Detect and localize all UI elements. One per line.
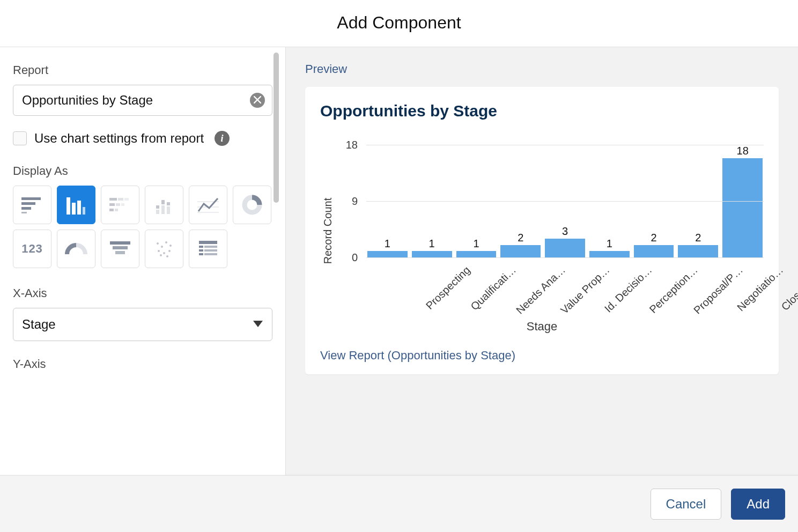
- use-chart-settings-row: Use chart settings from report i: [13, 131, 272, 146]
- svg-marker-47: [253, 321, 263, 327]
- x-axis-value: Stage: [22, 317, 56, 332]
- x-axis-ticks: ProspectingQualificati…Needs Ana…Value P…: [366, 257, 764, 316]
- svg-point-38: [160, 254, 162, 256]
- bar: [367, 251, 408, 257]
- svg-rect-18: [156, 205, 159, 209]
- svg-rect-6: [66, 197, 70, 215]
- cancel-button[interactable]: Cancel: [651, 489, 722, 520]
- modal-header: Add Component: [0, 0, 798, 47]
- x-axis-select-wrap: Stage: [13, 308, 272, 341]
- preview-card: Opportunities by Stage Record Count 0918…: [305, 87, 779, 374]
- x-tick: Qualificati…: [412, 257, 452, 316]
- display-as-label: Display As: [13, 164, 272, 178]
- chart-type-stacked-vertical-bar[interactable]: [145, 186, 183, 224]
- bar-value-label: 2: [651, 232, 657, 244]
- chart-type-vertical-bar[interactable]: [57, 186, 95, 224]
- bar-value-label: 1: [385, 238, 390, 250]
- use-chart-settings-label: Use chart settings from report: [34, 131, 204, 146]
- modal-footer: Cancel Add: [0, 475, 798, 532]
- plot-area: 1112312218: [366, 145, 764, 257]
- report-label: Report: [13, 63, 272, 77]
- bar: [722, 158, 763, 257]
- chart-type-horizontal-bar[interactable]: [13, 186, 51, 224]
- svg-rect-40: [199, 241, 217, 244]
- x-tick: Closed Won: [722, 257, 763, 316]
- y-axis-label: Y-Axis: [13, 357, 272, 371]
- svg-point-34: [169, 245, 172, 247]
- svg-rect-14: [116, 203, 120, 206]
- info-icon[interactable]: i: [215, 131, 230, 146]
- chart-body: 0918 1112312218 ProspectingQualificati…N…: [336, 145, 764, 316]
- y-axis-ticks: 0918: [336, 145, 362, 257]
- x-tick: Perception…: [589, 257, 630, 316]
- chart-type-line[interactable]: [189, 186, 227, 224]
- config-panel: Report Use chart settings from report i …: [0, 47, 285, 475]
- svg-rect-16: [109, 209, 114, 211]
- bar: [456, 251, 497, 257]
- preview-label: Preview: [305, 62, 779, 76]
- svg-rect-4: [21, 207, 31, 210]
- bar: [500, 245, 541, 257]
- bar-value-label: 1: [473, 238, 479, 250]
- svg-rect-15: [121, 203, 124, 206]
- svg-point-31: [157, 242, 159, 245]
- use-chart-settings-checkbox[interactable]: [13, 131, 27, 145]
- preview-chart-title: Opportunities by Stage: [320, 102, 764, 120]
- scatter-icon: [154, 239, 174, 258]
- svg-point-33: [165, 241, 167, 243]
- chart-type-gauge[interactable]: [57, 230, 95, 268]
- svg-rect-29: [113, 246, 128, 249]
- svg-rect-10: [109, 198, 117, 201]
- bar-value-label: 1: [429, 238, 435, 250]
- x-tick: Value Prop…: [500, 257, 541, 316]
- svg-rect-28: [110, 241, 130, 245]
- chart-type-table[interactable]: [189, 230, 227, 268]
- chart-type-metric[interactable]: 123: [13, 230, 51, 268]
- bar: [589, 251, 630, 257]
- add-button[interactable]: Add: [731, 489, 785, 520]
- clear-report-button[interactable]: [250, 93, 265, 108]
- donut-chart-icon: [241, 194, 263, 216]
- chevron-down-icon: [253, 320, 263, 329]
- svg-rect-12: [124, 198, 129, 201]
- svg-rect-23: [167, 206, 170, 214]
- x-axis-label: X-Axis: [13, 286, 272, 300]
- chart-type-funnel[interactable]: [101, 230, 139, 268]
- x-axis-select[interactable]: Stage: [13, 308, 272, 341]
- svg-rect-42: [204, 246, 217, 248]
- vertical-bar-icon: [66, 195, 86, 215]
- chart-type-stacked-horizontal-bar[interactable]: [101, 186, 139, 224]
- svg-rect-19: [156, 210, 159, 214]
- svg-rect-41: [199, 246, 203, 248]
- svg-rect-20: [161, 200, 165, 204]
- svg-rect-7: [72, 203, 76, 215]
- svg-rect-46: [204, 253, 217, 255]
- horizontal-bar-icon: [21, 196, 43, 213]
- y-tick: 0: [352, 252, 358, 264]
- chart-type-scatter[interactable]: [145, 230, 183, 268]
- svg-point-32: [161, 246, 163, 248]
- svg-point-36: [163, 252, 165, 254]
- svg-rect-5: [21, 212, 27, 213]
- svg-rect-17: [115, 209, 118, 211]
- scrollbar[interactable]: [274, 53, 279, 203]
- svg-rect-30: [115, 251, 125, 254]
- gauge-icon: [65, 241, 87, 256]
- x-tick: Needs Ana…: [456, 257, 497, 316]
- modal-title: Add Component: [0, 13, 798, 33]
- line-chart-icon: [197, 196, 219, 213]
- svg-rect-43: [199, 249, 203, 252]
- gridline: [366, 145, 764, 145]
- svg-rect-22: [167, 202, 170, 205]
- view-report-link[interactable]: View Report (Opportunities by Stage): [320, 349, 515, 363]
- svg-rect-11: [118, 198, 123, 201]
- bar-value-label: 18: [737, 145, 749, 157]
- svg-point-39: [166, 255, 168, 257]
- report-field: [13, 85, 272, 116]
- svg-rect-9: [83, 207, 85, 215]
- chart-type-donut[interactable]: [233, 186, 271, 224]
- report-input[interactable]: [13, 85, 272, 116]
- bar-value-label: 2: [518, 232, 523, 244]
- x-tick: Id. Decisio…: [545, 257, 585, 316]
- display-as-grid: 123: [13, 186, 272, 268]
